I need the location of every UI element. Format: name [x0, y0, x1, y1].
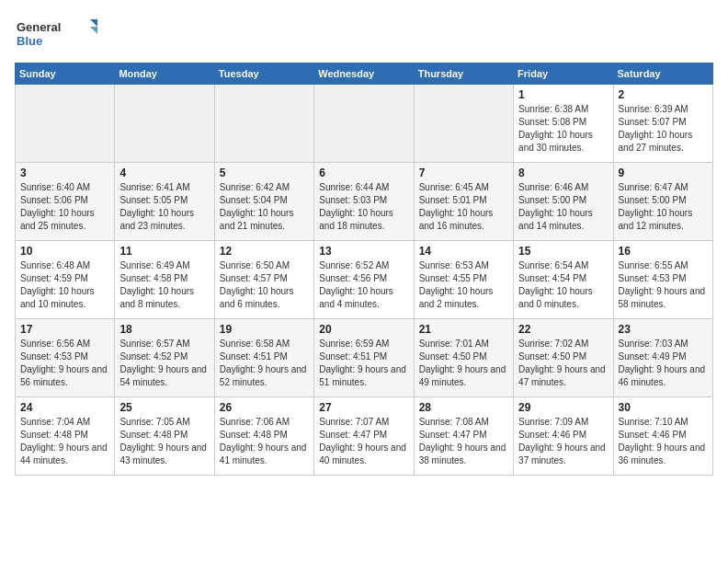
calendar-week-4: 17Sunrise: 6:56 AMSunset: 4:53 PMDayligh… — [16, 319, 713, 397]
day-info: Sunrise: 6:56 AMSunset: 4:53 PMDaylight:… — [20, 338, 109, 389]
svg-marker-2 — [90, 19, 97, 27]
calendar-cell: 24Sunrise: 7:04 AMSunset: 4:48 PMDayligh… — [16, 397, 115, 476]
day-info: Sunrise: 7:03 AMSunset: 4:49 PMDaylight:… — [619, 338, 708, 389]
col-header-sunday: Sunday — [16, 63, 115, 85]
logo-svg: General Blue — [15, 15, 97, 52]
calendar-week-3: 10Sunrise: 6:48 AMSunset: 4:59 PMDayligh… — [16, 241, 713, 319]
calendar-cell: 11Sunrise: 6:49 AMSunset: 4:58 PMDayligh… — [115, 241, 214, 319]
calendar-cell: 6Sunrise: 6:44 AMSunset: 5:03 PMDaylight… — [314, 163, 414, 241]
calendar-header-row: SundayMondayTuesdayWednesdayThursdayFrid… — [16, 63, 713, 85]
day-number: 18 — [119, 323, 209, 336]
calendar-cell: 5Sunrise: 6:42 AMSunset: 5:04 PMDaylight… — [214, 163, 313, 241]
day-info: Sunrise: 7:06 AMSunset: 4:48 PMDaylight:… — [220, 416, 309, 467]
calendar-cell: 30Sunrise: 7:10 AMSunset: 4:46 PMDayligh… — [613, 397, 712, 476]
day-number: 4 — [119, 167, 209, 179]
page-header: General Blue — [15, 15, 713, 52]
calendar-cell — [214, 85, 313, 163]
day-info: Sunrise: 6:49 AMSunset: 4:58 PMDaylight:… — [119, 259, 209, 311]
day-number: 22 — [518, 323, 608, 336]
day-info: Sunrise: 6:41 AMSunset: 5:05 PMDaylight:… — [119, 181, 209, 233]
calendar-week-5: 24Sunrise: 7:04 AMSunset: 4:48 PMDayligh… — [16, 397, 713, 476]
day-number: 6 — [319, 167, 408, 179]
day-info: Sunrise: 7:07 AMSunset: 4:47 PMDaylight:… — [319, 416, 408, 467]
day-number: 30 — [619, 401, 708, 414]
calendar-table: SundayMondayTuesdayWednesdayThursdayFrid… — [15, 63, 713, 476]
calendar-week-2: 3Sunrise: 6:40 AMSunset: 5:06 PMDaylight… — [16, 163, 713, 241]
day-number: 15 — [518, 245, 608, 258]
calendar-cell: 20Sunrise: 6:59 AMSunset: 4:51 PMDayligh… — [314, 319, 414, 397]
day-info: Sunrise: 6:57 AMSunset: 4:52 PMDaylight:… — [119, 338, 209, 389]
day-number: 21 — [419, 323, 508, 336]
day-number: 12 — [220, 245, 309, 258]
svg-marker-3 — [90, 27, 97, 34]
day-number: 19 — [220, 323, 309, 336]
calendar-cell: 15Sunrise: 6:54 AMSunset: 4:54 PMDayligh… — [514, 241, 613, 319]
day-info: Sunrise: 6:50 AMSunset: 4:57 PMDaylight:… — [220, 259, 309, 311]
day-info: Sunrise: 6:46 AMSunset: 5:00 PMDaylight:… — [518, 181, 608, 233]
calendar-cell: 7Sunrise: 6:45 AMSunset: 5:01 PMDaylight… — [414, 163, 513, 241]
calendar-cell: 19Sunrise: 6:58 AMSunset: 4:51 PMDayligh… — [214, 319, 313, 397]
calendar-cell — [414, 85, 513, 163]
day-info: Sunrise: 6:55 AMSunset: 4:53 PMDaylight:… — [619, 259, 708, 311]
calendar-cell: 12Sunrise: 6:50 AMSunset: 4:57 PMDayligh… — [214, 241, 313, 319]
day-info: Sunrise: 7:02 AMSunset: 4:50 PMDaylight:… — [518, 338, 608, 389]
day-number: 10 — [20, 245, 109, 258]
day-info: Sunrise: 6:40 AMSunset: 5:06 PMDaylight:… — [20, 181, 109, 233]
day-number: 24 — [20, 401, 109, 414]
day-number: 7 — [419, 167, 508, 179]
svg-text:General: General — [17, 20, 61, 34]
day-info: Sunrise: 7:05 AMSunset: 4:48 PMDaylight:… — [119, 416, 209, 467]
calendar-cell: 29Sunrise: 7:09 AMSunset: 4:46 PMDayligh… — [514, 397, 613, 476]
calendar-cell: 28Sunrise: 7:08 AMSunset: 4:47 PMDayligh… — [414, 397, 513, 476]
calendar-cell: 25Sunrise: 7:05 AMSunset: 4:48 PMDayligh… — [115, 397, 214, 476]
day-info: Sunrise: 7:09 AMSunset: 4:46 PMDaylight:… — [518, 416, 608, 467]
day-info: Sunrise: 7:08 AMSunset: 4:47 PMDaylight:… — [419, 416, 508, 467]
day-info: Sunrise: 7:04 AMSunset: 4:48 PMDaylight:… — [20, 416, 109, 467]
day-info: Sunrise: 6:58 AMSunset: 4:51 PMDaylight:… — [220, 338, 309, 389]
day-number: 5 — [220, 167, 309, 179]
calendar-cell: 4Sunrise: 6:41 AMSunset: 5:05 PMDaylight… — [115, 163, 214, 241]
calendar-cell: 3Sunrise: 6:40 AMSunset: 5:06 PMDaylight… — [16, 163, 115, 241]
col-header-wednesday: Wednesday — [314, 63, 414, 85]
day-info: Sunrise: 6:52 AMSunset: 4:56 PMDaylight:… — [319, 259, 408, 311]
calendar-cell: 23Sunrise: 7:03 AMSunset: 4:49 PMDayligh… — [613, 319, 712, 397]
col-header-saturday: Saturday — [613, 63, 712, 85]
day-number: 29 — [518, 401, 608, 414]
calendar-cell: 10Sunrise: 6:48 AMSunset: 4:59 PMDayligh… — [16, 241, 115, 319]
day-info: Sunrise: 6:44 AMSunset: 5:03 PMDaylight:… — [319, 181, 408, 233]
day-number: 8 — [518, 167, 608, 179]
day-info: Sunrise: 6:53 AMSunset: 4:55 PMDaylight:… — [419, 259, 508, 311]
col-header-tuesday: Tuesday — [214, 63, 313, 85]
day-info: Sunrise: 6:59 AMSunset: 4:51 PMDaylight:… — [319, 338, 408, 389]
calendar-cell — [314, 85, 414, 163]
day-info: Sunrise: 6:54 AMSunset: 4:54 PMDaylight:… — [518, 259, 608, 311]
day-number: 2 — [619, 88, 708, 101]
calendar-cell: 8Sunrise: 6:46 AMSunset: 5:00 PMDaylight… — [514, 163, 613, 241]
calendar-cell: 16Sunrise: 6:55 AMSunset: 4:53 PMDayligh… — [613, 241, 712, 319]
col-header-monday: Monday — [115, 63, 214, 85]
day-number: 20 — [319, 323, 408, 336]
day-info: Sunrise: 6:45 AMSunset: 5:01 PMDaylight:… — [419, 181, 508, 233]
day-info: Sunrise: 7:10 AMSunset: 4:46 PMDaylight:… — [619, 416, 708, 467]
day-info: Sunrise: 6:47 AMSunset: 5:00 PMDaylight:… — [619, 181, 708, 233]
calendar-cell: 27Sunrise: 7:07 AMSunset: 4:47 PMDayligh… — [314, 397, 414, 476]
day-number: 26 — [220, 401, 309, 414]
day-number: 27 — [319, 401, 408, 414]
day-number: 3 — [20, 167, 109, 179]
calendar-week-1: 1Sunrise: 6:38 AMSunset: 5:08 PMDaylight… — [16, 85, 713, 163]
day-number: 1 — [518, 88, 608, 101]
calendar-cell: 22Sunrise: 7:02 AMSunset: 4:50 PMDayligh… — [514, 319, 613, 397]
day-number: 17 — [20, 323, 109, 336]
day-number: 9 — [619, 167, 708, 179]
day-number: 25 — [119, 401, 209, 414]
day-number: 14 — [419, 245, 508, 258]
day-info: Sunrise: 6:39 AMSunset: 5:07 PMDaylight:… — [619, 103, 708, 155]
calendar-cell — [16, 85, 115, 163]
logo: General Blue — [15, 15, 97, 52]
day-number: 11 — [119, 245, 209, 258]
day-info: Sunrise: 6:38 AMSunset: 5:08 PMDaylight:… — [518, 103, 608, 155]
calendar-cell: 21Sunrise: 7:01 AMSunset: 4:50 PMDayligh… — [414, 319, 513, 397]
day-number: 16 — [619, 245, 708, 258]
calendar-cell: 1Sunrise: 6:38 AMSunset: 5:08 PMDaylight… — [514, 85, 613, 163]
svg-text:Blue: Blue — [17, 34, 42, 48]
